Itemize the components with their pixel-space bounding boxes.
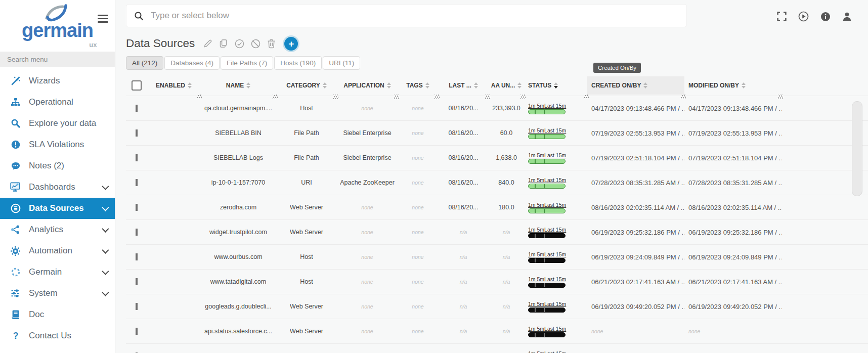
sidebar-item-system[interactable]: System: [0, 283, 115, 304]
sidebar-item-germain[interactable]: Germain: [0, 261, 115, 283]
column-header-created-on-by[interactable]: CREATED ON/BY: [587, 76, 684, 95]
column-header-modified-on-by[interactable]: MODIFIED ON/BY: [684, 76, 782, 95]
status-range-short[interactable]: 1m 5m: [528, 251, 544, 257]
name-cell: SIEBELLAB Logs: [200, 154, 276, 161]
aa-un-cell: 233,393.0: [489, 105, 524, 112]
sidebar-search-input[interactable]: [6, 55, 109, 64]
row-checkbox[interactable]: [136, 328, 138, 335]
sidebar-item-notes-2[interactable]: Notes (2): [0, 155, 115, 176]
row-checkbox[interactable]: [136, 278, 138, 285]
status-range-long[interactable]: Last 15m: [544, 177, 566, 183]
status-range-short[interactable]: 1m 5m: [528, 103, 544, 109]
column-header-status[interactable]: STATUS: [524, 76, 587, 95]
fullscreen-icon[interactable]: [777, 12, 787, 21]
tab-databases-4[interactable]: Databases (4): [164, 56, 220, 70]
column-header-tags[interactable]: TAGS: [398, 76, 438, 95]
status-range-short[interactable]: 1m 5m: [528, 127, 544, 134]
column-resize-handle[interactable]: [681, 95, 686, 99]
column-header-last[interactable]: LAST ...: [438, 76, 489, 95]
row-checkbox[interactable]: [136, 179, 138, 186]
created-cell: 08/16/2023 02:02:35.114 AM / ...: [587, 204, 684, 211]
row-checkbox[interactable]: [136, 204, 138, 211]
column-header-name[interactable]: NAME: [200, 76, 276, 95]
sidebar-item-doc[interactable]: Doc: [0, 304, 115, 325]
status-range-short[interactable]: 1m 5m: [528, 177, 544, 183]
column-header-application[interactable]: APPLICATION: [337, 76, 398, 95]
status-range-long[interactable]: Last 15m: [544, 202, 566, 208]
row-checkbox[interactable]: [136, 253, 138, 260]
status-range-short[interactable]: 1m 5m: [528, 202, 544, 208]
approve-button[interactable]: [235, 39, 244, 49]
tags-cell: none: [398, 204, 438, 210]
application-cell: none: [337, 204, 398, 210]
column-header-enabled[interactable]: ENABLED: [147, 76, 200, 95]
column-resize-handle[interactable]: [584, 95, 589, 99]
sidebar-item-contact-us[interactable]: ?Contact Us: [0, 325, 115, 346]
tab-file-paths-7[interactable]: File Paths (7): [221, 56, 273, 70]
column-resize-handle[interactable]: [273, 95, 278, 99]
add-data-source-button[interactable]: +: [284, 37, 298, 51]
status-range-short[interactable]: 1m 5m: [528, 326, 544, 332]
vertical-scrollbar[interactable]: [852, 101, 862, 196]
column-resize-handle[interactable]: [197, 95, 202, 99]
status-range-long[interactable]: Last 15m: [544, 152, 566, 158]
column-header-aa-un[interactable]: AA UN...: [489, 76, 524, 95]
tags-cell: none: [398, 130, 438, 136]
select-all-checkbox[interactable]: [132, 80, 142, 91]
status-range-long[interactable]: Last 15m: [544, 227, 566, 233]
status-bar-green: [528, 208, 566, 213]
name-cell: widget.trustpilot.com: [200, 229, 276, 236]
run-icon[interactable]: [798, 11, 809, 22]
column-resize-handle[interactable]: [394, 95, 399, 99]
status-range-long[interactable]: Last 15m: [544, 103, 566, 109]
status-range-long[interactable]: Last 15m: [544, 127, 566, 134]
column-resize-handle[interactable]: [520, 95, 526, 99]
sidebar-item-analytics[interactable]: Analytics: [0, 219, 115, 240]
status-range-labels: 1m 5mLast 15m: [528, 177, 566, 183]
status-range-short[interactable]: 1m 5m: [528, 350, 544, 353]
status-range-short[interactable]: 1m 5m: [528, 276, 544, 282]
tab-hosts-190[interactable]: Hosts (190): [274, 56, 322, 70]
row-checkbox[interactable]: [136, 154, 138, 161]
user-icon[interactable]: [842, 12, 852, 22]
status-range-long[interactable]: Last 15m: [544, 301, 566, 307]
status-range-long[interactable]: Last 15m: [544, 251, 566, 257]
row-checkbox[interactable]: [136, 303, 138, 310]
column-header-category[interactable]: CATEGORY: [276, 76, 337, 95]
aa-un-cell: n/a: [489, 229, 524, 235]
sidebar-item-sla-violations[interactable]: SLA Violations: [0, 134, 115, 155]
category-cell: File Path: [276, 154, 337, 161]
sidebar-item-data-sources[interactable]: Data Sources: [0, 198, 115, 219]
modified-cell: 07/19/2023 02:51:18.104 PM / ...: [684, 154, 782, 162]
sidebar-item-operational[interactable]: Operational: [0, 92, 115, 113]
sidebar-item-explore-your-data[interactable]: Explore your data: [0, 113, 115, 134]
copy-button[interactable]: [219, 39, 228, 48]
edit-button[interactable]: [203, 39, 212, 48]
status-range-short[interactable]: 1m 5m: [528, 227, 544, 233]
column-resize-handle[interactable]: [435, 95, 440, 99]
global-search-input[interactable]: [150, 10, 642, 21]
status-range-short[interactable]: 1m 5m: [528, 301, 544, 307]
column-resize-handle[interactable]: [333, 95, 338, 99]
sidebar-item-label: Contact Us: [29, 331, 71, 341]
tab-uri-11[interactable]: URI (11): [323, 56, 360, 70]
tags-cell: none: [398, 155, 438, 161]
delete-button[interactable]: [267, 39, 276, 49]
status-range-long[interactable]: Last 15m: [544, 276, 566, 282]
status-range-long[interactable]: Last 15m: [544, 350, 566, 353]
menu-toggle-icon[interactable]: [98, 15, 108, 25]
sidebar-item-dashboards[interactable]: Dashboards: [0, 176, 115, 198]
sidebar-item-automation[interactable]: Automation: [0, 240, 115, 261]
tab-all-212[interactable]: All (212): [126, 56, 163, 70]
ban-button[interactable]: [251, 39, 261, 49]
row-checkbox[interactable]: [136, 105, 138, 112]
row-checkbox[interactable]: [136, 129, 138, 137]
column-resize-handle[interactable]: [778, 95, 783, 99]
row-checkbox[interactable]: [136, 229, 138, 236]
status-range-long[interactable]: Last 15m: [544, 326, 566, 332]
status-range-short[interactable]: 1m 5m: [528, 152, 544, 158]
column-resize-handle[interactable]: [485, 95, 490, 99]
info-icon[interactable]: [820, 12, 831, 22]
status-range-labels: 1m 5mLast 15m: [528, 350, 566, 353]
sidebar-item-wizards[interactable]: Wizards: [0, 70, 115, 92]
